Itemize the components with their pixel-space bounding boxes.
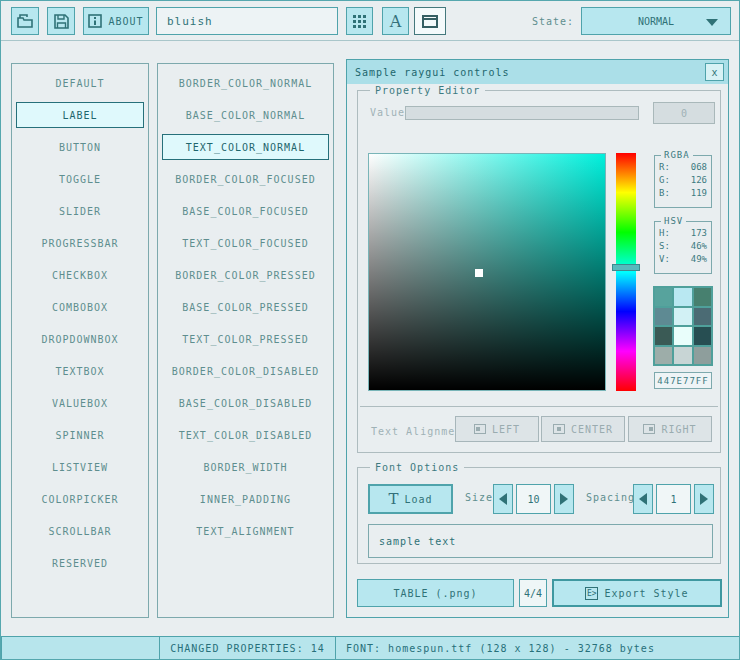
align-center-label: CENTER	[571, 424, 613, 435]
align-center-icon	[553, 424, 565, 434]
align-left-icon	[474, 424, 486, 434]
window-titlebar[interactable]: Sample raygui controls x	[347, 60, 728, 84]
size-increase-button[interactable]	[554, 484, 574, 514]
list-item-text_color_normal[interactable]: TEXT_COLOR_NORMAL	[162, 134, 329, 160]
color-swatch[interactable]	[694, 327, 711, 345]
load-font-button[interactable]: T Load	[368, 484, 453, 514]
hue-slider-handle[interactable]	[612, 264, 640, 271]
list-item-inner_padding[interactable]: INNER_PADDING	[162, 486, 329, 512]
folder-icon	[17, 14, 33, 28]
list-item-colorpicker[interactable]: COLORPICKER	[16, 486, 144, 512]
style-name-input[interactable]	[156, 7, 338, 35]
hex-value-box[interactable]: 447E77FF	[654, 372, 712, 389]
sample-text-box[interactable]: sample text	[368, 524, 713, 558]
state-dropdown[interactable]: NORMAL	[581, 7, 731, 35]
h-value: 173	[691, 228, 707, 238]
list-item-textbox[interactable]: TEXTBOX	[16, 358, 144, 384]
r-label: R:	[659, 162, 670, 172]
pages-indicator[interactable]: 4/4	[519, 579, 547, 607]
r-value: 068	[691, 162, 707, 172]
list-item-button[interactable]: BUTTON	[16, 134, 144, 160]
font-view-button[interactable]: A	[382, 7, 409, 35]
list-item-valuebox[interactable]: VALUEBOX	[16, 390, 144, 416]
list-item-base_color_normal[interactable]: BASE_COLOR_NORMAL	[162, 102, 329, 128]
rgba-label: RGBA	[661, 150, 693, 160]
list-item-text_color_pressed[interactable]: TEXT_COLOR_PRESSED	[162, 326, 329, 352]
style-table-view-button[interactable]	[346, 7, 373, 35]
color-swatch[interactable]	[655, 347, 672, 365]
color-swatch[interactable]	[655, 288, 672, 306]
about-button[interactable]: ABOUT	[83, 7, 149, 35]
list-item-border_width[interactable]: BORDER_WIDTH	[162, 454, 329, 480]
list-item-slider[interactable]: SLIDER	[16, 198, 144, 224]
controls-list[interactable]: DEFAULTLABELBUTTONTOGGLESLIDERPROGRESSBA…	[11, 63, 149, 618]
color-swatch[interactable]	[655, 308, 672, 326]
list-item-border_color_pressed[interactable]: BORDER_COLOR_PRESSED	[162, 262, 329, 288]
list-item-base_color_focused[interactable]: BASE_COLOR_FOCUSED	[162, 198, 329, 224]
list-item-listview[interactable]: LISTVIEW	[16, 454, 144, 480]
list-item-dropdownbox[interactable]: DROPDOWNBOX	[16, 326, 144, 352]
window-title: Sample raygui controls	[355, 67, 509, 78]
align-left-button[interactable]: LEFT	[455, 416, 539, 442]
color-swatch[interactable]	[694, 347, 711, 365]
color-swatch[interactable]	[655, 327, 672, 345]
save-icon	[54, 14, 69, 29]
spacing-decrease-button[interactable]	[633, 484, 653, 514]
text-T-icon: T	[388, 490, 398, 508]
list-item-border_color_focused[interactable]: BORDER_COLOR_FOCUSED	[162, 166, 329, 192]
color-swatch[interactable]	[674, 288, 691, 306]
list-item-border_color_normal[interactable]: BORDER_COLOR_NORMAL	[162, 70, 329, 96]
state-label: State:	[506, 1, 574, 41]
window-close-button[interactable]: x	[705, 63, 724, 81]
rgba-group: RGBA R:068 G:126 B:119	[654, 155, 712, 208]
color-swatch[interactable]	[694, 308, 711, 326]
list-item-toggle[interactable]: TOGGLE	[16, 166, 144, 192]
list-item-default[interactable]: DEFAULT	[16, 70, 144, 96]
color-swatch[interactable]	[674, 327, 691, 345]
list-item-border_color_disabled[interactable]: BORDER_COLOR_DISABLED	[162, 358, 329, 384]
color-swatch[interactable]	[674, 347, 691, 365]
align-center-button[interactable]: CENTER	[541, 416, 625, 442]
color-picker-cursor[interactable]	[475, 269, 483, 277]
list-item-text_color_disabled[interactable]: TEXT_COLOR_DISABLED	[162, 422, 329, 448]
properties-list[interactable]: BORDER_COLOR_NORMALBASE_COLOR_NORMALTEXT…	[157, 63, 334, 618]
swatch-grid	[653, 286, 713, 366]
export-style-button[interactable]: E> Export Style	[552, 579, 722, 607]
list-item-progressbar[interactable]: PROGRESSBAR	[16, 230, 144, 256]
list-item-combobox[interactable]: COMBOBOX	[16, 294, 144, 320]
size-decrease-button[interactable]	[493, 484, 513, 514]
value-slider[interactable]	[405, 106, 639, 120]
close-icon: x	[711, 67, 717, 78]
align-right-button[interactable]: RIGHT	[628, 416, 712, 442]
list-item-reserved[interactable]: RESERVED	[16, 550, 144, 576]
open-style-button[interactable]	[11, 7, 39, 35]
spacing-increase-button[interactable]	[694, 484, 714, 514]
separator-line	[360, 406, 718, 407]
size-value-box[interactable]: 10	[516, 484, 551, 514]
list-item-base_color_disabled[interactable]: BASE_COLOR_DISABLED	[162, 390, 329, 416]
list-item-scrollbar[interactable]: SCROLLBAR	[16, 518, 144, 544]
align-right-label: RIGHT	[661, 424, 696, 435]
chevron-right-icon	[700, 493, 708, 505]
g-label: G:	[659, 175, 670, 185]
info-icon	[88, 14, 102, 28]
window-icon	[422, 15, 438, 28]
load-font-label: Load	[404, 494, 432, 505]
table-export-format-button[interactable]: TABLE (.png)	[357, 579, 514, 607]
color-swatch[interactable]	[674, 308, 691, 326]
list-item-base_color_pressed[interactable]: BASE_COLOR_PRESSED	[162, 294, 329, 320]
list-item-text_alignment[interactable]: TEXT_ALIGNMENT	[162, 518, 329, 544]
color-swatch[interactable]	[694, 288, 711, 306]
hue-bar[interactable]	[616, 153, 636, 391]
save-style-button[interactable]	[47, 7, 75, 35]
hsv-label: HSV	[661, 216, 686, 226]
spacing-value-box[interactable]: 1	[656, 484, 691, 514]
list-item-label[interactable]: LABEL	[16, 102, 144, 128]
align-left-label: LEFT	[492, 424, 520, 435]
list-item-checkbox[interactable]: CHECKBOX	[16, 262, 144, 288]
window-view-button[interactable]	[414, 7, 446, 35]
color-picker-panel[interactable]	[368, 153, 606, 391]
font-options-label: Font Options	[370, 462, 464, 473]
list-item-spinner[interactable]: SPINNER	[16, 422, 144, 448]
list-item-text_color_focused[interactable]: TEXT_COLOR_FOCUSED	[162, 230, 329, 256]
